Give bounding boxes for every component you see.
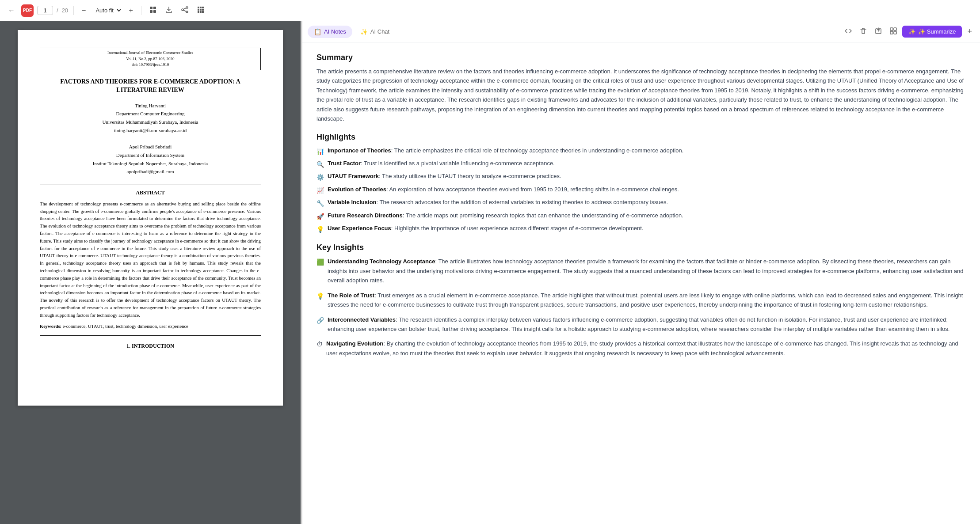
- intro-title: 1. INTRODUCTION: [40, 343, 261, 349]
- summary-text: The article presents a comprehensive lit…: [316, 67, 966, 124]
- highlight-icon-2: 🔍: [316, 159, 324, 169]
- svg-point-4: [182, 9, 183, 11]
- toolbar-left: ← PDF / 20 − Auto fit 50% 75% 100% 125% …: [5, 4, 975, 17]
- insight-icon-2: 💡: [316, 291, 324, 301]
- toolbar: ← PDF / 20 − Auto fit 50% 75% 100% 125% …: [0, 0, 980, 21]
- main-content: International Journal of Electronic Comm…: [0, 21, 980, 524]
- add-button[interactable]: +: [965, 26, 975, 37]
- back-button[interactable]: ←: [5, 5, 18, 16]
- svg-rect-1: [153, 7, 156, 9]
- page-number-input[interactable]: [37, 6, 53, 15]
- svg-rect-2: [150, 10, 153, 13]
- grid-view-button[interactable]: [887, 26, 900, 38]
- list-item: 📈 Evolution of Theories: An exploration …: [316, 185, 966, 195]
- key-insights-section: Key Insights 🟩 Understanding Technology …: [316, 243, 966, 358]
- list-item: 💡 The Role of Trust: Trust emerges as a …: [316, 291, 966, 310]
- highlights-section: Highlights 📊 Importance of Theories: The…: [316, 133, 966, 235]
- highlight-icon-1: 📊: [316, 147, 324, 156]
- trash-icon: [860, 27, 867, 34]
- export-icon-button[interactable]: [872, 26, 885, 38]
- abstract-title: ABSTRACT: [40, 190, 261, 196]
- journal-header: International Journal of Electronic Comm…: [40, 48, 261, 70]
- key-insights-list: 🟩 Understanding Technology Acceptance: T…: [316, 257, 966, 358]
- ai-notes-label: AI Notes: [324, 28, 346, 35]
- svg-rect-12: [202, 9, 204, 11]
- svg-rect-15: [202, 11, 204, 13]
- zoom-out-button[interactable]: −: [79, 5, 88, 16]
- insight-key-3: Interconnected Variables: [328, 316, 396, 323]
- highlight-icon-6: 🚀: [316, 212, 324, 221]
- insight-icon-3: 🔗: [316, 315, 324, 326]
- code-icon-button[interactable]: [842, 26, 854, 38]
- export-icon: [875, 27, 882, 34]
- svg-rect-7: [198, 7, 199, 8]
- svg-rect-16: [890, 28, 893, 30]
- svg-point-5: [186, 7, 188, 8]
- pdf-page: International Journal of Electronic Comm…: [18, 30, 283, 406]
- highlights-list: 📊 Importance of Theories: The article em…: [316, 146, 966, 235]
- pdf-pane: International Journal of Electronic Comm…: [0, 21, 301, 524]
- grid-view-icon: [890, 27, 897, 34]
- svg-rect-13: [198, 11, 199, 13]
- trash-icon-button[interactable]: [857, 26, 869, 38]
- pdf-authors: Tining Haryanti Department Computer Engi…: [40, 102, 261, 176]
- svg-rect-17: [894, 28, 896, 30]
- share-icon: [181, 6, 188, 13]
- svg-rect-9: [202, 7, 204, 8]
- pdf-divider: [40, 185, 261, 185]
- svg-rect-19: [894, 31, 896, 34]
- highlight-key-2: Trust Factor: [328, 160, 361, 167]
- highlight-key-1: Importance of Theories: [328, 147, 391, 154]
- zoom-select[interactable]: Auto fit 50% 75% 100% 125% 150%: [92, 6, 122, 15]
- share-button[interactable]: [179, 4, 191, 17]
- highlight-key-3: UTAUT Framework: [328, 173, 379, 179]
- layout-icon-button[interactable]: [147, 4, 159, 17]
- ai-chat-label: AI Chat: [370, 28, 389, 35]
- summarize-icon: ✨: [908, 28, 915, 35]
- list-item: ⏱ Navigating Evolution: By charting the …: [316, 339, 966, 358]
- page-separator: /: [57, 7, 58, 14]
- list-item: 📊 Importance of Theories: The article em…: [316, 146, 966, 156]
- tab-ai-chat[interactable]: ✨ AI Chat: [354, 26, 396, 38]
- highlight-icon-3: ⚙️: [316, 172, 324, 182]
- insight-icon-4: ⏱: [316, 339, 323, 349]
- ai-notes-icon: 📋: [314, 28, 321, 35]
- ai-tab-bar: 📋 AI Notes ✨ AI Chat: [302, 21, 980, 42]
- zoom-in-button[interactable]: +: [126, 5, 135, 16]
- insight-key-4: Navigating Evolution: [326, 340, 383, 347]
- svg-point-6: [186, 11, 188, 13]
- highlight-icon-5: 🔧: [316, 198, 324, 208]
- svg-rect-14: [200, 11, 202, 13]
- abstract-text: The development of technology presents e…: [40, 201, 261, 319]
- svg-rect-18: [890, 31, 893, 34]
- download-button[interactable]: [163, 4, 175, 17]
- layout-icon: [149, 6, 156, 13]
- svg-rect-11: [200, 9, 202, 11]
- ai-toolbar-right: ✨ ✨ Summarize +: [842, 26, 975, 38]
- highlight-icon-7: 💡: [316, 224, 324, 234]
- list-item: 🚀 Future Research Directions: The articl…: [316, 211, 966, 221]
- ai-chat-icon: ✨: [360, 28, 368, 35]
- highlights-title: Highlights: [316, 133, 966, 142]
- highlight-key-7: User Experience Focus: [328, 225, 391, 232]
- highlight-key-4: Evolution of Theories: [328, 186, 386, 193]
- pdf-keywords: Keywords: e-commerce, UTAUT, trust, tech…: [40, 323, 261, 330]
- download-icon: [165, 6, 172, 13]
- list-item: 💡 User Experience Focus: Highlights the …: [316, 224, 966, 234]
- divider: [73, 6, 74, 15]
- highlight-key-6: Future Research Directions: [328, 212, 403, 219]
- page-total: 20: [62, 7, 68, 14]
- pdf-title: FACTORS AND THEORIES FOR E-COMMERCE ADOP…: [40, 77, 261, 95]
- list-item: 🔍 Trust Factor: Trust is identified as a…: [316, 159, 966, 169]
- tab-ai-notes[interactable]: 📋 AI Notes: [308, 26, 352, 38]
- svg-rect-0: [150, 7, 153, 9]
- highlight-key-5: Variable Inclusion: [328, 199, 377, 205]
- ai-content: Summary The article presents a comprehen…: [302, 42, 980, 524]
- summarize-button[interactable]: ✨ ✨ Summarize: [902, 26, 962, 38]
- summarize-label: ✨ Summarize: [918, 28, 956, 35]
- list-item: 🔧 Variable Inclusion: The research advoc…: [316, 198, 966, 208]
- more-options-button[interactable]: [194, 4, 207, 17]
- list-item: 🟩 Understanding Technology Acceptance: T…: [316, 257, 966, 285]
- insight-icon-1: 🟩: [316, 257, 324, 267]
- highlight-icon-4: 📈: [316, 186, 324, 195]
